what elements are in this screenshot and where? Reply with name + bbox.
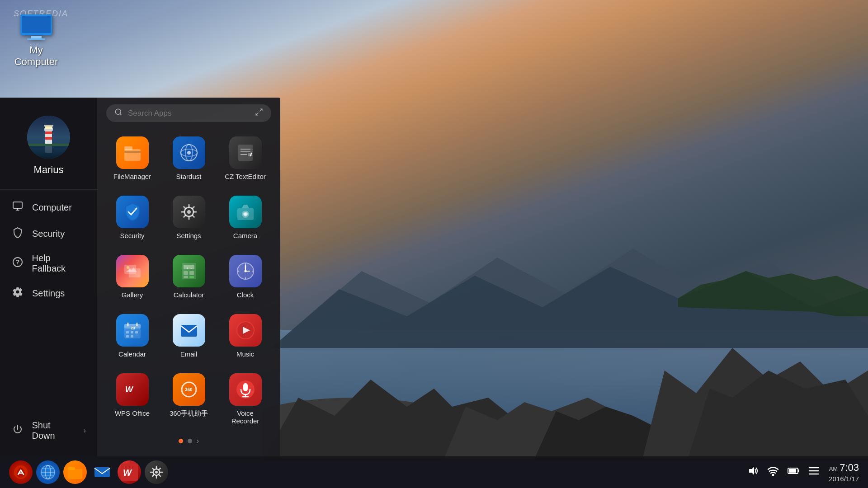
app-item-music[interactable]: Music — [219, 309, 271, 363]
taskbar-wps[interactable]: W — [118, 460, 141, 484]
email-app-icon — [173, 314, 205, 347]
svg-rect-110 — [94, 467, 110, 477]
sidebar-settings-label: Settings — [32, 288, 65, 299]
svg-point-124 — [772, 474, 774, 476]
app-item-calculator[interactable]: + - Calculator — [163, 249, 215, 304]
menu-sidebar: Marius Computer Security — [0, 98, 97, 456]
gallery-app-icon — [116, 255, 149, 287]
svg-point-45 — [187, 210, 191, 214]
taskbar-email[interactable] — [90, 460, 114, 484]
computer-icon — [11, 201, 24, 214]
user-profile[interactable]: Marius — [0, 107, 97, 190]
svg-point-114 — [155, 471, 158, 474]
settings-gear-icon — [11, 286, 24, 300]
security-app-icon — [116, 196, 149, 228]
svg-rect-33 — [124, 149, 141, 161]
svg-rect-83 — [126, 331, 129, 333]
app-item-texteditor[interactable]: CZ TextEditor — [219, 131, 271, 186]
desktop-icon-mycomputer[interactable]: My Computer — [9, 14, 63, 68]
gallery-label: Gallery — [122, 291, 143, 299]
wps-label: WPS Office — [115, 409, 150, 417]
wifi-icon[interactable] — [767, 465, 779, 479]
settings-app-icon — [173, 196, 205, 228]
app-item-email[interactable]: Email — [163, 309, 215, 363]
camera-label: Camera — [233, 232, 257, 239]
sidebar-item-settings[interactable]: Settings — [0, 280, 97, 306]
power-icon — [11, 424, 24, 437]
voice-label: Voice Recorder — [223, 409, 268, 425]
svg-rect-109 — [68, 467, 75, 470]
svg-marker-123 — [749, 467, 754, 475]
app-item-security[interactable]: Security — [106, 190, 158, 245]
apps-grid: FileManager Stardust — [106, 131, 271, 430]
music-label: Music — [236, 350, 254, 358]
search-bar[interactable] — [106, 104, 271, 122]
page-dot-1[interactable] — [179, 439, 183, 443]
taskbar-settings[interactable] — [145, 460, 168, 484]
svg-point-29 — [115, 109, 121, 114]
svg-rect-22 — [27, 144, 70, 146]
sidebar-computer-label: Computer — [32, 202, 72, 213]
texteditor-icon — [229, 136, 262, 169]
app-item-settings[interactable]: Settings — [163, 190, 215, 245]
taskbar-time[interactable]: AM 7:03 2016/1/17 — [829, 461, 859, 483]
page-next-arrow[interactable]: › — [197, 437, 199, 445]
svg-line-122 — [152, 474, 154, 476]
app-item-gallery[interactable]: Gallery — [106, 249, 158, 304]
calendar-label: Calendar — [118, 350, 146, 358]
expand-icon[interactable] — [255, 108, 263, 118]
svg-rect-88 — [181, 325, 197, 337]
svg-rect-87 — [131, 335, 133, 338]
svg-line-53 — [184, 215, 185, 217]
app-item-calendar[interactable]: 23 Calendar — [106, 309, 158, 363]
status-icons — [747, 465, 820, 479]
rocks-right — [642, 280, 868, 461]
taskbar-filemanager[interactable] — [63, 460, 87, 484]
sidebar-item-security[interactable]: Security — [0, 221, 97, 247]
sidebar-help-label: Help Fallback — [32, 253, 86, 274]
volume-icon[interactable] — [747, 465, 759, 479]
start-menu: Marius Computer Security — [0, 98, 280, 456]
sidebar-item-shutdown[interactable]: Shut Down › — [0, 414, 97, 447]
stardust-label: Stardust — [176, 173, 202, 180]
svg-line-51 — [192, 215, 194, 217]
app-item-360[interactable]: 360 360手机助手 — [163, 368, 215, 430]
search-input[interactable] — [128, 109, 250, 118]
app-item-stardust[interactable]: Stardust — [163, 131, 215, 186]
shield-icon — [11, 227, 24, 240]
app-item-voice[interactable]: Voice Recorder — [219, 368, 271, 430]
app-item-wps[interactable]: W WPS Office — [106, 368, 158, 430]
svg-rect-10 — [22, 16, 51, 33]
avatar-image — [27, 116, 70, 159]
app-item-camera[interactable]: Camera — [219, 190, 271, 245]
texteditor-label: CZ TextEditor — [225, 173, 266, 180]
taskbar-browser[interactable] — [36, 460, 60, 484]
sidebar-item-computer[interactable]: Computer — [0, 194, 97, 221]
menu-icon[interactable] — [808, 465, 820, 479]
app-item-filemanager[interactable]: FileManager — [106, 131, 158, 186]
svg-line-50 — [184, 207, 185, 209]
help-icon: ? — [11, 257, 24, 270]
user-name-label: Marius — [33, 164, 63, 176]
rocks-foreground — [262, 316, 669, 461]
page-dot-2[interactable] — [188, 439, 192, 443]
sidebar-item-help[interactable]: ? Help Fallback — [0, 247, 97, 280]
app-item-clock[interactable]: Clock — [219, 249, 271, 304]
taskbar-launcher[interactable] — [9, 460, 33, 484]
menu-apps-panel: FileManager Stardust — [97, 98, 280, 456]
battery-icon[interactable] — [787, 465, 800, 479]
svg-line-32 — [256, 113, 258, 115]
time-display: 7:03 — [840, 461, 859, 474]
svg-text:+: + — [186, 266, 189, 270]
svg-rect-96 — [243, 383, 248, 391]
svg-text:360: 360 — [185, 387, 193, 392]
taskbar-right: AM 7:03 2016/1/17 — [747, 461, 859, 483]
svg-text:W: W — [125, 385, 134, 394]
taskbar: W — [0, 456, 868, 488]
monitor-icon — [18, 14, 54, 41]
svg-rect-12 — [27, 38, 45, 40]
calculator-app-icon: + - — [173, 255, 205, 287]
svg-rect-126 — [789, 469, 796, 473]
taskbar-apps: W — [9, 460, 747, 484]
svg-rect-66 — [184, 271, 188, 275]
